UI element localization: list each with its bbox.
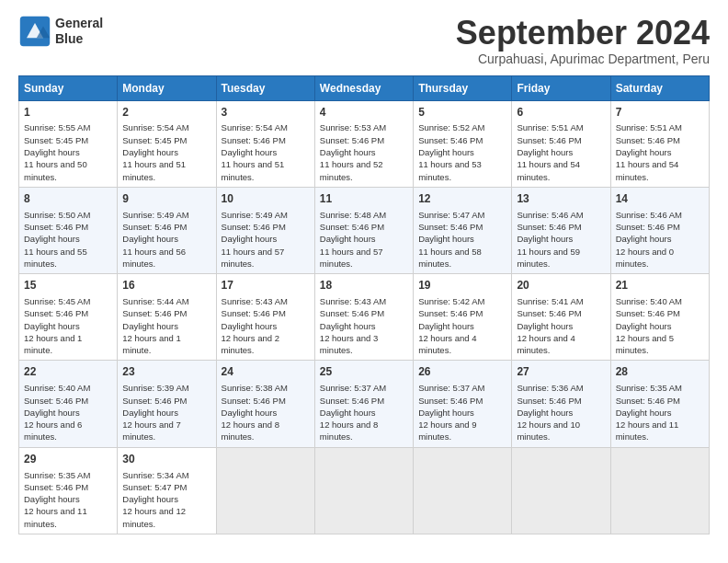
day-number: 25: [320, 364, 408, 380]
sunset: Sunset: 5:45 PM: [24, 135, 88, 145]
daylight-value: 12 hours and 4 minutes.: [517, 333, 574, 355]
sunset: Sunset: 5:46 PM: [517, 308, 581, 318]
day-number: 27: [517, 364, 605, 380]
logo: General Blue: [18, 15, 103, 48]
day-number: 18: [320, 278, 408, 293]
day-number: 19: [418, 278, 506, 293]
sunrise: Sunrise: 5:47 AM: [418, 210, 484, 220]
sunrise: Sunrise: 5:48 AM: [320, 210, 386, 220]
day-number: 13: [517, 191, 605, 207]
sunrise: Sunrise: 5:46 AM: [517, 210, 583, 220]
sunrise: Sunrise: 5:55 AM: [24, 122, 90, 132]
table-row: 29Sunrise: 5:35 AMSunset: 5:46 PMDayligh…: [19, 447, 118, 534]
daylight-value: 12 hours and 5 minutes.: [616, 333, 674, 355]
sunrise: Sunrise: 5:38 AM: [222, 383, 288, 393]
day-number: 4: [320, 105, 408, 121]
day-number: 3: [222, 105, 310, 121]
sunrise: Sunrise: 5:35 AM: [24, 470, 90, 480]
daylight-value: 12 hours and 11 minutes.: [24, 506, 87, 528]
table-row: [216, 447, 314, 534]
sunset: Sunset: 5:46 PM: [24, 482, 88, 492]
daylight-value: 11 hours and 51 minutes.: [122, 159, 186, 181]
sunset: Sunset: 5:46 PM: [517, 222, 581, 232]
daylight-value: 11 hours and 58 minutes.: [418, 247, 482, 269]
table-row: 13Sunrise: 5:46 AMSunset: 5:46 PMDayligh…: [512, 187, 610, 273]
table-row: [512, 447, 610, 534]
sunset: Sunset: 5:46 PM: [320, 135, 384, 145]
day-number: 2: [122, 105, 210, 121]
day-number: 22: [24, 364, 112, 380]
calendar-week-row: 15Sunrise: 5:45 AMSunset: 5:46 PMDayligh…: [19, 274, 710, 361]
logo-line2: Blue: [55, 31, 103, 47]
sunrise: Sunrise: 5:43 AM: [320, 296, 386, 306]
day-number: 21: [616, 278, 704, 293]
daylight-label: Daylight hours: [418, 408, 474, 418]
table-row: 19Sunrise: 5:42 AMSunset: 5:46 PMDayligh…: [414, 274, 512, 361]
daylight-label: Daylight hours: [616, 408, 672, 418]
table-row: 18Sunrise: 5:43 AMSunset: 5:46 PMDayligh…: [314, 274, 413, 361]
table-row: [414, 447, 512, 534]
daylight-label: Daylight hours: [222, 408, 278, 418]
daylight-value: 12 hours and 10 minutes.: [517, 419, 580, 442]
day-number: 1: [24, 105, 112, 121]
col-wednesday: Wednesday: [314, 75, 413, 100]
logo-line1: General: [55, 16, 103, 31]
sunset: Sunset: 5:46 PM: [24, 222, 88, 232]
table-row: 6Sunrise: 5:51 AMSunset: 5:46 PMDaylight…: [512, 100, 610, 187]
daylight-value: 12 hours and 8 minutes.: [222, 419, 279, 442]
table-row: 21Sunrise: 5:40 AMSunset: 5:46 PMDayligh…: [610, 274, 709, 361]
sunset: Sunset: 5:46 PM: [222, 396, 286, 406]
calendar-week-row: 22Sunrise: 5:40 AMSunset: 5:46 PMDayligh…: [19, 361, 710, 447]
daylight-label: Daylight hours: [616, 321, 672, 331]
daylight-label: Daylight hours: [320, 321, 376, 331]
daylight-value: 12 hours and 11 minutes.: [616, 419, 679, 442]
day-number: 30: [122, 452, 210, 467]
table-row: 20Sunrise: 5:41 AMSunset: 5:46 PMDayligh…: [512, 274, 610, 361]
daylight-label: Daylight hours: [517, 408, 573, 418]
table-row: 27Sunrise: 5:36 AMSunset: 5:46 PMDayligh…: [512, 361, 610, 447]
daylight-value: 11 hours and 54 minutes.: [517, 159, 580, 181]
sunset: Sunset: 5:46 PM: [24, 396, 88, 406]
day-number: 15: [24, 278, 112, 293]
sunrise: Sunrise: 5:39 AM: [122, 383, 188, 393]
daylight-label: Daylight hours: [222, 234, 278, 244]
table-row: 25Sunrise: 5:37 AMSunset: 5:46 PMDayligh…: [314, 361, 413, 447]
table-row: 7Sunrise: 5:51 AMSunset: 5:46 PMDaylight…: [610, 100, 709, 187]
table-row: 15Sunrise: 5:45 AMSunset: 5:46 PMDayligh…: [19, 274, 118, 361]
table-row: 3Sunrise: 5:54 AMSunset: 5:46 PMDaylight…: [216, 100, 314, 187]
day-number: 28: [616, 364, 704, 380]
table-row: 28Sunrise: 5:35 AMSunset: 5:46 PMDayligh…: [610, 361, 709, 447]
table-row: 11Sunrise: 5:48 AMSunset: 5:46 PMDayligh…: [314, 187, 413, 273]
daylight-label: Daylight hours: [418, 321, 474, 331]
daylight-label: Daylight hours: [24, 321, 80, 331]
col-thursday: Thursday: [414, 75, 512, 100]
day-number: 11: [320, 191, 408, 207]
day-number: 5: [418, 105, 506, 121]
day-number: 9: [122, 191, 210, 207]
daylight-label: Daylight hours: [418, 234, 474, 244]
sunset: Sunset: 5:46 PM: [222, 308, 286, 318]
sunset: Sunset: 5:46 PM: [418, 135, 483, 145]
daylight-label: Daylight hours: [222, 147, 278, 157]
day-number: 14: [616, 191, 704, 207]
sunset: Sunset: 5:46 PM: [418, 396, 483, 406]
sunset: Sunset: 5:46 PM: [24, 308, 88, 318]
day-number: 8: [24, 191, 112, 207]
sunrise: Sunrise: 5:43 AM: [222, 296, 288, 306]
daylight-label: Daylight hours: [24, 234, 80, 244]
daylight-value: 11 hours and 59 minutes.: [517, 247, 580, 269]
daylight-label: Daylight hours: [517, 234, 573, 244]
sunset: Sunset: 5:46 PM: [418, 222, 483, 232]
table-row: [610, 447, 709, 534]
table-row: 12Sunrise: 5:47 AMSunset: 5:46 PMDayligh…: [414, 187, 512, 273]
sunrise: Sunrise: 5:41 AM: [517, 296, 583, 306]
day-number: 20: [517, 278, 605, 293]
daylight-label: Daylight hours: [418, 147, 474, 157]
table-row: 24Sunrise: 5:38 AMSunset: 5:46 PMDayligh…: [216, 361, 314, 447]
title-area: September 2024 Curpahuasi, Apurimac Depa…: [456, 15, 710, 66]
daylight-value: 12 hours and 8 minutes.: [320, 419, 378, 442]
sunrise: Sunrise: 5:37 AM: [320, 383, 386, 393]
daylight-value: 11 hours and 57 minutes.: [222, 247, 285, 269]
sunset: Sunset: 5:46 PM: [222, 135, 286, 145]
sunset: Sunset: 5:46 PM: [122, 222, 187, 232]
